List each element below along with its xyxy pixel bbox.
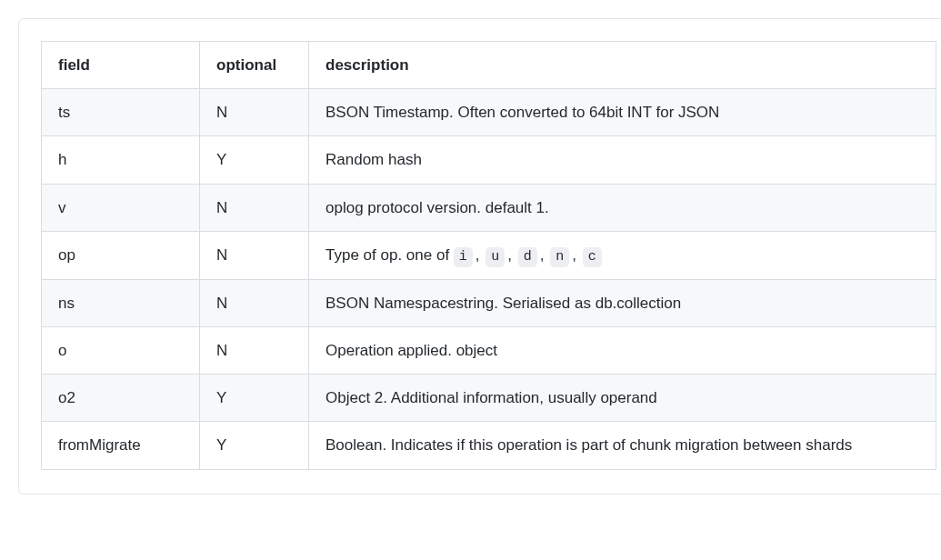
code-token: i: [454, 247, 473, 267]
code-token: c: [583, 247, 602, 267]
header-optional: optional: [200, 42, 309, 89]
cell-field: v: [42, 184, 200, 231]
cell-description: BSON Timestamp. Often converted to 64bit…: [309, 89, 936, 136]
cell-description: Operation applied. object: [309, 326, 936, 374]
table-row: o N Operation applied. object: [42, 326, 936, 374]
code-token: u: [486, 247, 505, 267]
cell-field: o2: [42, 375, 200, 422]
code-token: d: [518, 247, 537, 267]
code-token: n: [550, 247, 569, 267]
cell-description: Random hash: [309, 136, 936, 184]
code-separator: ,: [537, 243, 546, 267]
cell-optional: N: [200, 184, 309, 231]
cell-field: h: [42, 136, 200, 184]
cell-field: o: [42, 326, 200, 374]
cell-field: fromMigrate: [42, 422, 200, 469]
header-description: description: [309, 42, 936, 89]
fields-table: field optional description ts N BSON Tim…: [41, 41, 936, 470]
cell-description: Boolean. Indicates if this operation is …: [309, 422, 936, 469]
table-row: v N oplog protocol version. default 1.: [42, 184, 936, 231]
code-separator: ,: [569, 243, 578, 267]
cell-optional: Y: [200, 136, 309, 184]
cell-description: Object 2. Additional information, usuall…: [309, 375, 936, 422]
table-card: field optional description ts N BSON Tim…: [18, 18, 941, 495]
table-row: h Y Random hash: [42, 136, 936, 184]
cell-optional: N: [200, 89, 309, 136]
table-row: fromMigrate Y Boolean. Indicates if this…: [42, 422, 936, 469]
code-separator: ,: [505, 243, 514, 267]
table-header-row: field optional description: [42, 42, 936, 89]
table-row: ns N BSON Namespacestring. Serialised as…: [42, 279, 936, 326]
table-row: op N Type of op. one of i, u, d, n, c: [42, 231, 936, 279]
cell-field: op: [42, 231, 200, 279]
cell-description: oplog protocol version. default 1.: [309, 184, 936, 231]
description-prefix: Type of op. one of: [325, 246, 454, 264]
cell-optional: N: [200, 326, 309, 374]
cell-optional: N: [200, 279, 309, 326]
cell-description: BSON Namespacestring. Serialised as db.c…: [309, 279, 936, 326]
cell-field: ns: [42, 279, 200, 326]
table-row: ts N BSON Timestamp. Often converted to …: [42, 89, 936, 136]
cell-optional: Y: [200, 422, 309, 469]
cell-field: ts: [42, 89, 200, 136]
cell-optional: Y: [200, 375, 309, 422]
cell-description: Type of op. one of i, u, d, n, c: [309, 231, 936, 279]
table-row: o2 Y Object 2. Additional information, u…: [42, 375, 936, 422]
header-field: field: [42, 42, 200, 89]
cell-optional: N: [200, 231, 309, 279]
code-separator: ,: [473, 243, 482, 267]
